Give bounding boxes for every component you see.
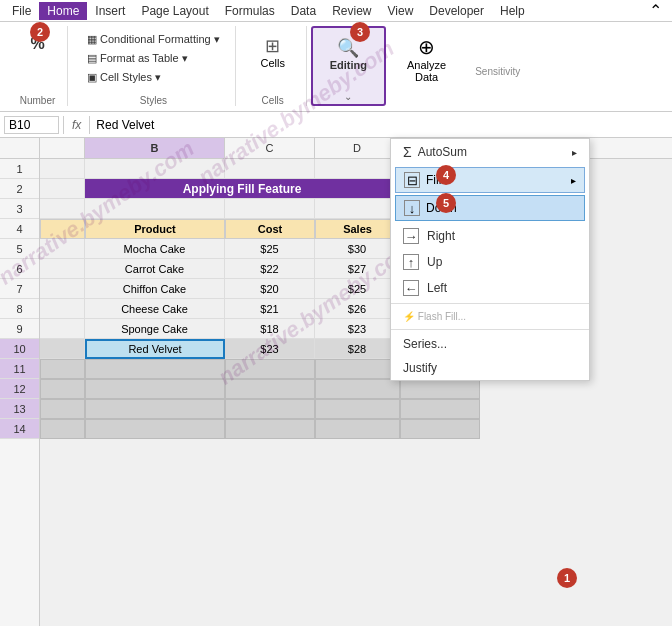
cell-styles-button[interactable]: ▣ Cell Styles ▾ xyxy=(80,68,227,87)
col-header-d[interactable]: D xyxy=(315,138,400,158)
cell-a4[interactable] xyxy=(40,219,85,239)
row-num-3[interactable]: 3 xyxy=(0,199,39,219)
cell-a3[interactable] xyxy=(40,199,85,219)
cell-c6[interactable]: $22 xyxy=(225,259,315,279)
menu-review[interactable]: Review xyxy=(324,2,379,20)
cell-a6[interactable] xyxy=(40,259,85,279)
menu-insert[interactable]: Insert xyxy=(87,2,133,20)
cell-d14[interactable] xyxy=(315,419,400,439)
cell-d3[interactable] xyxy=(315,199,400,219)
menu-file[interactable]: File xyxy=(4,2,39,20)
cell-d9[interactable]: $23 xyxy=(315,319,400,339)
menu-help[interactable]: Help xyxy=(492,2,533,20)
autosum-item[interactable]: Σ AutoSum ▸ xyxy=(391,139,589,165)
editing-button[interactable]: 🔍 Editing xyxy=(321,32,376,76)
row-num-7[interactable]: 7 xyxy=(0,279,39,299)
menu-home[interactable]: Home xyxy=(39,2,87,20)
cell-d7[interactable]: $25 xyxy=(315,279,400,299)
cell-c3[interactable] xyxy=(225,199,315,219)
cell-c9[interactable]: $18 xyxy=(225,319,315,339)
cell-b3[interactable] xyxy=(85,199,225,219)
row-num-14[interactable]: 14 xyxy=(0,419,39,439)
row-num-4[interactable]: 4 xyxy=(0,219,39,239)
menu-view[interactable]: View xyxy=(380,2,422,20)
fill-right-item[interactable]: → Right xyxy=(391,223,589,249)
cell-c8[interactable]: $21 xyxy=(225,299,315,319)
cell-a10[interactable] xyxy=(40,339,85,359)
cell-a2[interactable] xyxy=(40,179,85,199)
row-num-6[interactable]: 6 xyxy=(0,259,39,279)
cell-d13[interactable] xyxy=(315,399,400,419)
menu-formulas[interactable]: Formulas xyxy=(217,2,283,20)
cell-d8[interactable]: $26 xyxy=(315,299,400,319)
name-box[interactable] xyxy=(4,116,59,134)
fill-left-item[interactable]: ← Left xyxy=(391,275,589,301)
row-num-5[interactable]: 5 xyxy=(0,239,39,259)
cell-b9[interactable]: Sponge Cake xyxy=(85,319,225,339)
row-num-12[interactable]: 12 xyxy=(0,379,39,399)
cell-c12[interactable] xyxy=(225,379,315,399)
cell-a7[interactable] xyxy=(40,279,85,299)
row-num-13[interactable]: 13 xyxy=(0,399,39,419)
row-num-2[interactable]: 2 xyxy=(0,179,39,199)
cell-e13[interactable] xyxy=(400,399,480,419)
fill-item[interactable]: ⊟ Fill ▸ xyxy=(395,167,585,193)
cell-d1[interactable] xyxy=(315,159,400,179)
cell-c13[interactable] xyxy=(225,399,315,419)
cell-a11[interactable] xyxy=(40,359,85,379)
row-num-11[interactable]: 11 xyxy=(0,359,39,379)
cell-b7[interactable]: Chiffon Cake xyxy=(85,279,225,299)
cell-c14[interactable] xyxy=(225,419,315,439)
cell-title[interactable]: Applying Fill Feature xyxy=(85,179,400,199)
cell-c11[interactable] xyxy=(225,359,315,379)
menu-page-layout[interactable]: Page Layout xyxy=(133,2,216,20)
col-header-c[interactable]: C xyxy=(225,138,315,158)
cell-a1[interactable] xyxy=(40,159,85,179)
cell-a13[interactable] xyxy=(40,399,85,419)
cell-b14[interactable] xyxy=(85,419,225,439)
collapse-ribbon-icon[interactable]: ⌃ xyxy=(643,1,668,20)
cell-e14[interactable] xyxy=(400,419,480,439)
cell-d5[interactable]: $30 xyxy=(315,239,400,259)
justify-item[interactable]: Justify xyxy=(391,356,589,380)
cell-d4-header[interactable]: Sales xyxy=(315,219,400,239)
cell-b1[interactable] xyxy=(85,159,225,179)
col-header-b[interactable]: B xyxy=(85,138,225,158)
cell-e12[interactable] xyxy=(400,379,480,399)
fill-down-item[interactable]: ↓ Down xyxy=(395,195,585,221)
cell-d6[interactable]: $27 xyxy=(315,259,400,279)
cell-b11[interactable] xyxy=(85,359,225,379)
cells-button[interactable]: ⊞ Cells xyxy=(248,30,298,74)
cell-c7[interactable]: $20 xyxy=(225,279,315,299)
row-num-10[interactable]: 10 xyxy=(0,339,39,359)
cell-b4-header[interactable]: Product xyxy=(85,219,225,239)
cell-d10[interactable]: $28 xyxy=(315,339,400,359)
formula-input[interactable] xyxy=(94,116,668,134)
col-header-a[interactable] xyxy=(40,138,85,158)
cell-a12[interactable] xyxy=(40,379,85,399)
cell-c4-header[interactable]: Cost xyxy=(225,219,315,239)
series-item[interactable]: Series... xyxy=(391,332,589,356)
cell-a5[interactable] xyxy=(40,239,85,259)
format-table-button[interactable]: ▤ Format as Table ▾ xyxy=(80,49,227,68)
row-num-8[interactable]: 8 xyxy=(0,299,39,319)
menu-data[interactable]: Data xyxy=(283,2,324,20)
cell-a14[interactable] xyxy=(40,419,85,439)
cell-b13[interactable] xyxy=(85,399,225,419)
conditional-formatting-button[interactable]: ▦ Conditional Formatting ▾ xyxy=(80,30,227,49)
cell-b6[interactable]: Carrot Cake xyxy=(85,259,225,279)
cell-c10[interactable]: $23 xyxy=(225,339,315,359)
cell-b8[interactable]: Cheese Cake xyxy=(85,299,225,319)
cell-c5[interactable]: $25 xyxy=(225,239,315,259)
cell-d11[interactable] xyxy=(315,359,400,379)
cell-a8[interactable] xyxy=(40,299,85,319)
fill-up-item[interactable]: ↑ Up xyxy=(391,249,589,275)
cell-a9[interactable] xyxy=(40,319,85,339)
cell-b12[interactable] xyxy=(85,379,225,399)
cell-b5[interactable]: Mocha Cake xyxy=(85,239,225,259)
cell-d12[interactable] xyxy=(315,379,400,399)
row-num-9[interactable]: 9 xyxy=(0,319,39,339)
cell-b10[interactable]: Red Velvet xyxy=(85,339,225,359)
menu-developer[interactable]: Developer xyxy=(421,2,492,20)
analyze-data-button[interactable]: ⊕ Analyze Data xyxy=(398,30,455,88)
